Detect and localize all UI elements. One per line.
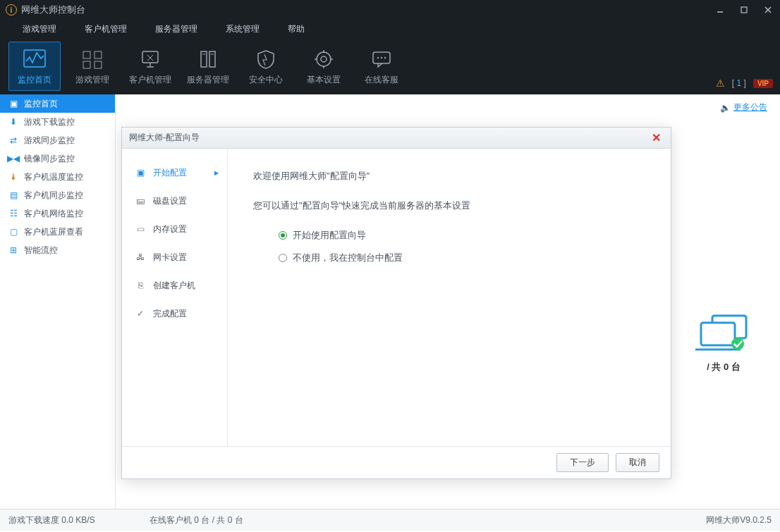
dialog-title: 网维大师-配置向导 xyxy=(129,132,649,144)
statusbar: 游戏下载速度 0.0 KB/S 在线客户机 0 台 / 共 0 台 网维大师V9… xyxy=(0,509,780,531)
more-announcements-link[interactable]: 🔈 更多公告 xyxy=(720,101,767,113)
wizard-step-start[interactable]: ▣开始配置 xyxy=(122,159,227,187)
radio-skip-wizard[interactable]: 不使用，我在控制台中配置 xyxy=(279,252,645,264)
wizard-step-network[interactable]: 🖧网卡设置 xyxy=(122,243,227,271)
svg-rect-1 xyxy=(741,7,747,13)
app-logo-icon: i xyxy=(6,4,17,16)
tool-label: 游戏管理 xyxy=(75,74,109,86)
wizard-step-disk[interactable]: 🖴磁盘设置 xyxy=(122,187,227,215)
monitor-home-icon: ▣ xyxy=(8,99,18,109)
status-download-speed: 游戏下载速度 0.0 KB/S xyxy=(8,514,150,526)
start-config-icon: ▣ xyxy=(135,167,146,178)
sidebar-item-label: 智能流控 xyxy=(24,245,58,256)
dialog-header[interactable]: 网维大师-配置向导 ✕ xyxy=(122,128,671,149)
tool-server-manage[interactable]: 服务器管理 xyxy=(182,42,234,91)
config-wizard-dialog: 网维大师-配置向导 ✕ ▣开始配置 🖴磁盘设置 ▭内存设置 🖧网卡设置 ⎘创建客… xyxy=(121,127,671,479)
svg-point-18 xyxy=(317,52,331,66)
sidebar-item-network-monitor[interactable]: ☷客户机网络监控 xyxy=(0,204,115,223)
network-card-icon: 🖧 xyxy=(135,252,146,263)
svg-rect-6 xyxy=(95,51,102,58)
wizard-nav: ▣开始配置 🖴磁盘设置 ▭内存设置 🖧网卡设置 ⎘创建客户机 ✓完成配置 xyxy=(122,149,228,446)
svg-rect-15 xyxy=(209,51,215,67)
window-title: 网维大师控制台 xyxy=(21,4,708,16)
radio-unselected-icon xyxy=(279,254,287,262)
menu-client[interactable]: 客户机管理 xyxy=(71,20,141,38)
sidebar: ▣监控首页 ⬇游戏下载监控 ⇄游戏同步监控 ▶◀镜像同步监控 🌡客户机温度监控 … xyxy=(0,94,116,509)
svg-point-27 xyxy=(384,56,386,58)
flow-icon: ⊞ xyxy=(8,245,18,255)
next-button[interactable]: 下一步 xyxy=(556,453,609,472)
menu-server[interactable]: 服务器管理 xyxy=(141,20,212,38)
tool-label: 在线客服 xyxy=(365,74,398,86)
sidebar-item-label: 客户机网络监控 xyxy=(24,208,83,220)
client-sync-icon: ▤ xyxy=(8,190,18,200)
wizard-step-label: 开始配置 xyxy=(153,167,187,179)
sidebar-item-label: 监控首页 xyxy=(24,98,58,110)
activity-icon xyxy=(23,47,47,71)
maximize-button[interactable] xyxy=(732,0,756,20)
svg-point-31 xyxy=(731,338,744,350)
gear-icon xyxy=(312,47,336,71)
sidebar-item-temperature-monitor[interactable]: 🌡客户机温度监控 xyxy=(0,168,115,186)
more-link-text: 更多公告 xyxy=(733,101,767,113)
menu-system[interactable]: 系统管理 xyxy=(212,20,274,38)
welcome-line-1: 欢迎使用网维大师"配置向导" xyxy=(253,170,645,183)
svg-rect-5 xyxy=(83,51,90,58)
welcome-line-2: 您可以通过"配置向导"快速完成当前服务器的基本设置 xyxy=(253,199,645,212)
toolbar-status-right: ⚠ [ 1 ] VIP xyxy=(716,78,773,89)
tool-label: 服务器管理 xyxy=(187,74,229,86)
minimize-button[interactable] xyxy=(708,0,732,20)
svg-rect-7 xyxy=(83,61,90,68)
menu-help[interactable]: 帮助 xyxy=(274,20,319,38)
toolbar: 监控首页 游戏管理 客户机管理 服务器管理 安全中心 基本设置 在线客服 ⚠ [… xyxy=(0,38,780,94)
dialog-footer: 下一步 取消 xyxy=(122,446,671,478)
tool-settings[interactable]: 基本设置 xyxy=(298,42,350,91)
radio-selected-icon xyxy=(279,231,287,240)
svg-rect-8 xyxy=(95,61,102,68)
radio-use-wizard[interactable]: 开始使用配置向导 xyxy=(279,229,645,242)
window-titlebar: i 网维大师控制台 xyxy=(0,0,780,20)
warning-icon[interactable]: ⚠ xyxy=(716,78,725,89)
svg-rect-29 xyxy=(701,323,735,345)
sidebar-item-sync-monitor[interactable]: ⇄游戏同步监控 xyxy=(0,131,115,149)
status-online-clients: 在线客户机 0 台 / 共 0 台 xyxy=(150,514,706,526)
memory-icon: ▭ xyxy=(135,223,146,235)
sidebar-item-label: 镜像同步监控 xyxy=(24,153,75,165)
sidebar-item-mirror-monitor[interactable]: ▶◀镜像同步监控 xyxy=(0,149,115,168)
status-version: 网维大师V9.0.2.5 xyxy=(706,514,772,526)
wizard-step-label: 内存设置 xyxy=(153,223,187,235)
tool-label: 基本设置 xyxy=(307,74,341,86)
sidebar-item-client-sync-monitor[interactable]: ▤客户机同步监控 xyxy=(0,186,115,204)
sidebar-item-label: 客户机蓝屏查看 xyxy=(24,226,83,238)
wizard-step-label: 磁盘设置 xyxy=(153,195,187,207)
wizard-step-memory[interactable]: ▭内存设置 xyxy=(122,215,227,243)
menu-game[interactable]: 游戏管理 xyxy=(8,20,71,38)
client-icon xyxy=(138,47,162,71)
sidebar-item-monitor-home[interactable]: ▣监控首页 xyxy=(0,94,115,113)
sidebar-item-flow-control[interactable]: ⊞智能流控 xyxy=(0,241,115,259)
tool-game-manage[interactable]: 游戏管理 xyxy=(66,42,118,91)
download-icon: ⬇ xyxy=(8,117,18,127)
svg-point-25 xyxy=(377,56,379,58)
radio-label: 开始使用配置向导 xyxy=(293,229,366,242)
sidebar-item-bsod-viewer[interactable]: ▢客户机蓝屏查看 xyxy=(0,223,115,241)
svg-point-26 xyxy=(381,56,382,58)
cancel-button[interactable]: 取消 xyxy=(616,453,659,472)
tool-support[interactable]: 在线客服 xyxy=(355,42,408,91)
sidebar-item-label: 游戏同步监控 xyxy=(24,135,75,147)
tool-monitor-home[interactable]: 监控首页 xyxy=(8,42,61,91)
tool-security[interactable]: 安全中心 xyxy=(240,42,292,91)
close-button[interactable] xyxy=(756,0,780,20)
chat-icon xyxy=(370,47,394,71)
sidebar-item-label: 客户机温度监控 xyxy=(24,171,83,183)
finish-icon: ✓ xyxy=(135,308,146,319)
wizard-step-finish[interactable]: ✓完成配置 xyxy=(122,299,227,328)
tool-client-manage[interactable]: 客户机管理 xyxy=(124,42,176,91)
wizard-step-create-client[interactable]: ⎘创建客户机 xyxy=(122,271,227,299)
vip-badge[interactable]: VIP xyxy=(753,79,773,88)
sidebar-item-label: 游戏下载监控 xyxy=(24,116,75,128)
dialog-close-button[interactable]: ✕ xyxy=(649,131,664,144)
sidebar-item-download-monitor[interactable]: ⬇游戏下载监控 xyxy=(0,113,115,131)
games-icon xyxy=(80,47,104,71)
svg-rect-14 xyxy=(201,51,207,67)
